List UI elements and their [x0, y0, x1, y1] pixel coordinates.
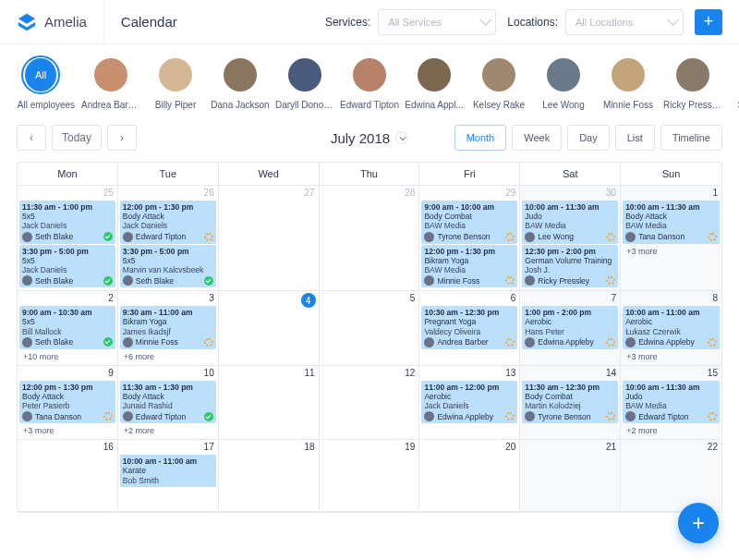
more-events-link[interactable]: +2 more: [120, 424, 216, 437]
calendar-event[interactable]: 10:00 am - 11:30 amJudoBAW MediaLee Wong: [522, 201, 618, 244]
header: Amelia Calendar Services: All Services L…: [0, 0, 739, 44]
calendar-day[interactable]: 18: [219, 440, 320, 512]
calendar-event[interactable]: 9:30 am - 11:00 amBikram YogaJames Ikads…: [120, 306, 216, 349]
chevron-down-icon: [395, 131, 408, 144]
calendar-day[interactable]: 1710:00 am - 11:00 amKarateBob Smith: [118, 440, 219, 512]
status-approved-icon: [204, 412, 213, 421]
calendar-event[interactable]: 3:30 pm - 5:00 pm5x5Marvin van Kalcvsbee…: [120, 245, 216, 288]
calendar-day[interactable]: 39:30 am - 11:00 amBikram YogaJames Ikad…: [118, 291, 219, 366]
calendar-event[interactable]: 9:00 am - 10:30 am5x5Bill MallockSeth Bl…: [19, 306, 115, 349]
view-month[interactable]: Month: [454, 125, 507, 151]
calendar-day[interactable]: 2511:30 am - 1:00 pm5x5Jack DanielsSeth …: [18, 186, 118, 291]
calendar-day[interactable]: 19: [320, 440, 420, 512]
calendar-day[interactable]: 4: [219, 291, 320, 366]
employee-item[interactable]: Edwina Appl...: [405, 55, 464, 110]
calendar-event[interactable]: 1:00 pm - 2:00 pmAerobicHans PeterEdwina…: [522, 306, 618, 349]
calendar-day[interactable]: 3010:00 am - 11:30 amJudoBAW MediaLee Wo…: [520, 186, 621, 291]
calendar-day[interactable]: 29:00 am - 10:30 am5x5Bill MallockSeth B…: [18, 291, 118, 366]
calendar-day[interactable]: 1011:30 am - 1:30 pmBody AttackJunaid Ra…: [118, 366, 219, 441]
more-events-link[interactable]: +3 more: [623, 350, 720, 363]
calendar-day[interactable]: 22: [621, 440, 721, 512]
event-time: 10:00 am - 11:00 am: [625, 308, 717, 317]
view-timeline[interactable]: Timeline: [660, 125, 722, 151]
today-button[interactable]: Today: [52, 125, 102, 151]
day-number: 30: [606, 188, 616, 198]
add-button[interactable]: +: [695, 9, 722, 35]
period-title[interactable]: July 2018: [331, 130, 408, 146]
locations-select[interactable]: All Locations: [565, 9, 684, 35]
calendar-event[interactable]: 12:30 pm - 2:00 pmGerman Volume Training…: [522, 245, 618, 288]
logo[interactable]: Amelia: [17, 0, 104, 43]
dow-header: Fri: [419, 163, 520, 185]
calendar-day[interactable]: 1411:30 am - 12:30 pmBody CombatMartin K…: [520, 366, 621, 441]
employee-item[interactable]: Billy Piper: [146, 55, 205, 110]
calendar-event[interactable]: 11:30 am - 1:00 pm5x5Jack DanielsSeth Bl…: [19, 201, 115, 244]
calendar-day[interactable]: 28: [320, 186, 420, 291]
status-pending-icon: [606, 338, 615, 347]
employee-item[interactable]: Ricky Pressley: [663, 55, 722, 110]
calendar-event[interactable]: 10:00 am - 11:30 amBody AttackBAW MediaT…: [623, 201, 720, 244]
day-number: 28: [405, 188, 415, 198]
next-button[interactable]: ›: [107, 125, 137, 151]
calendar-event[interactable]: 12:00 pm - 1:30 pmBody AttackJack Daniel…: [120, 201, 216, 244]
employee-item[interactable]: Seth Blak: [728, 55, 739, 110]
calendar-event[interactable]: 10:00 am - 11:00 amAerobicŁukasz Czerwik…: [623, 306, 720, 349]
day-number: 16: [103, 442, 114, 452]
more-events-link[interactable]: +2 more: [623, 424, 720, 437]
calendar-event[interactable]: 10:00 am - 11:00 amKarateBob Smith: [120, 455, 216, 487]
calendar-day[interactable]: 71:00 pm - 2:00 pmAerobicHans PeterEdwin…: [520, 291, 621, 366]
calendar-day[interactable]: 912:00 pm - 1:30 pmBody AttackPeter Pasi…: [18, 366, 118, 441]
view-list[interactable]: List: [615, 125, 655, 151]
employee-item[interactable]: Edward Tipton: [340, 55, 399, 110]
employee-item[interactable]: Dana Jackson: [211, 55, 270, 110]
more-events-link[interactable]: +10 more: [19, 350, 115, 363]
day-number: 19: [405, 442, 415, 452]
calendar-day[interactable]: 1510:00 am - 11:30 amJudoBAW MediaEdward…: [621, 366, 721, 441]
calendar-event[interactable]: 11:30 am - 12:30 pmBody CombatMartin Kol…: [522, 381, 618, 424]
event-customer: Marvin van Kalcvsbeek: [123, 265, 213, 274]
staff-avatar: [22, 337, 32, 347]
calendar-event[interactable]: 12:00 pm - 1:30 pmBikram YogaBAW MediaMi…: [421, 245, 517, 288]
employee-item[interactable]: Lee Wong: [534, 55, 593, 110]
employee-item[interactable]: Daryll Donov...: [275, 55, 334, 110]
calendar-event[interactable]: 10:00 am - 11:30 amJudoBAW MediaEdward T…: [623, 381, 720, 424]
calendar-day[interactable]: 110:00 am - 11:30 amBody AttackBAW Media…: [621, 186, 721, 291]
calendar-day[interactable]: 2612:00 pm - 1:30 pmBody AttackJack Dani…: [118, 186, 219, 291]
calendar-day[interactable]: 16: [18, 440, 118, 512]
calendar-day[interactable]: 610:30 am - 12:30 pmPregnant YogaValdecy…: [419, 291, 520, 366]
day-number: 13: [505, 368, 515, 378]
calendar-event[interactable]: 10:30 am - 12:30 pmPregnant YogaValdecy …: [421, 306, 517, 349]
calendar-event[interactable]: 9:00 am - 10:00 amBody CombatBAW MediaTy…: [421, 201, 517, 244]
fab-add-button[interactable]: +: [678, 503, 719, 543]
event-title: 5x5: [22, 256, 113, 265]
calendar-event[interactable]: 11:00 am - 12:00 pmAerobicJack DanielsEd…: [421, 381, 517, 424]
calendar-event[interactable]: 12:00 pm - 1:30 pmBody AttackPeter Pasie…: [19, 381, 115, 424]
calendar-day[interactable]: 299:00 am - 10:00 amBody CombatBAW Media…: [419, 186, 520, 291]
services-select[interactable]: All Services: [378, 9, 496, 35]
more-events-link[interactable]: +6 more: [120, 350, 216, 363]
avatar: [612, 58, 645, 91]
employee-item[interactable]: Kelsey Rake: [469, 55, 528, 110]
calendar-day[interactable]: 1311:00 am - 12:00 pmAerobicJack Daniels…: [419, 366, 520, 441]
view-day[interactable]: Day: [567, 125, 610, 151]
calendar-event[interactable]: 11:30 am - 1:30 pmBody AttackJunaid Rash…: [120, 381, 216, 424]
calendar-day[interactable]: 11: [219, 366, 320, 441]
employee-all[interactable]: AllAll employees: [17, 55, 76, 110]
day-number: 26: [204, 188, 214, 198]
calendar-day[interactable]: 810:00 am - 11:00 amAerobicŁukasz Czerwi…: [621, 291, 721, 366]
employee-item[interactable]: Minnie Foss: [599, 55, 658, 110]
calendar-day[interactable]: 21: [520, 440, 621, 512]
calendar-event[interactable]: 3:30 pm - 5:00 pm5x5Jack DanielsSeth Bla…: [19, 245, 115, 288]
event-staff: Seth Blake: [136, 276, 201, 286]
employee-item[interactable]: Andrea Barber: [81, 55, 140, 110]
calendar-day[interactable]: 12: [320, 366, 420, 441]
calendar-day[interactable]: 5: [320, 291, 420, 366]
view-week[interactable]: Week: [512, 125, 562, 151]
calendar-day[interactable]: 20: [419, 440, 520, 512]
calendar-day[interactable]: 27: [219, 186, 320, 291]
event-customer: BAW Media: [424, 265, 515, 274]
prev-button[interactable]: ‹: [17, 125, 46, 151]
more-events-link[interactable]: +3 more: [19, 424, 115, 437]
more-events-link[interactable]: +3 more: [623, 245, 720, 258]
event-staff: Minnie Foss: [437, 276, 503, 286]
